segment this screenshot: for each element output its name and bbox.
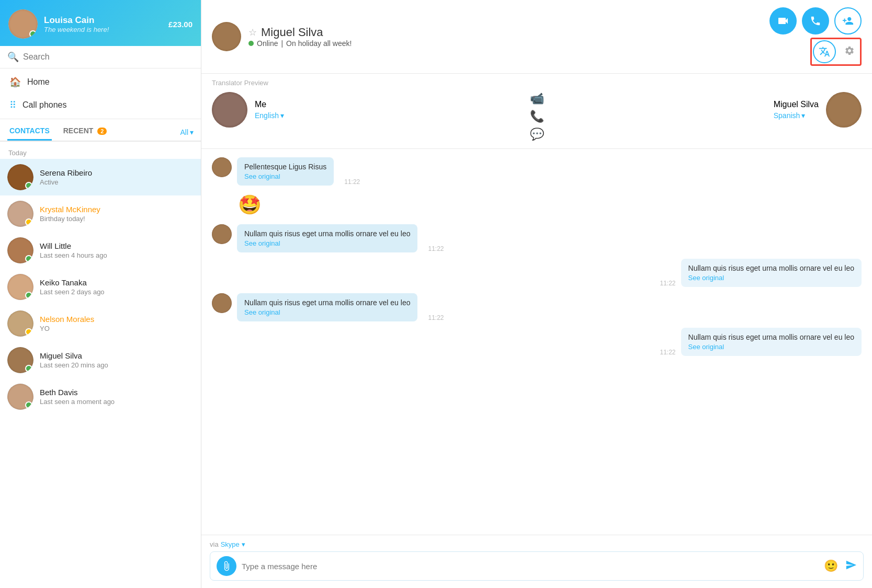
contact-sub-keiko: Last seen 2 days ago (40, 288, 194, 296)
message-text-5: Nullam quis risus eget urna mollis ornar… (688, 333, 854, 341)
phone-call-button[interactable] (802, 7, 829, 34)
send-message-button[interactable] (845, 559, 857, 573)
message-row-5: 11:22 Nullam quis risus eget urna mollis… (212, 328, 862, 356)
contact-krystal-mckinney[interactable]: Krystal McKinney Birthday today! (0, 195, 201, 232)
msg-avatar-4 (212, 293, 232, 313)
contact-serena-ribeiro[interactable]: Serena Ribeiro Active (0, 159, 201, 195)
message-text-4: Nullam quis risus eget urna mollis ornar… (244, 298, 410, 307)
via-dropdown-chevron-icon[interactable]: ▾ (242, 540, 245, 548)
status-miguel (25, 365, 32, 372)
contact-info-keiko: Keiko Tanaka Last seen 2 days ago (40, 278, 194, 296)
tab-contacts[interactable]: CONTACTS (7, 123, 52, 141)
section-today-label: Today (0, 146, 201, 159)
contact-name-beth: Beth Davis (40, 388, 194, 397)
dial-icon: ⠿ (9, 99, 16, 111)
message-time-3: 11:22 (660, 280, 675, 287)
nav-home[interactable]: 🏠 Home (0, 71, 201, 94)
message-row-2: Nullam quis risus eget urna mollis ornar… (212, 224, 862, 252)
message-row-3: 11:22 Nullam quis risus eget urna mollis… (212, 259, 862, 287)
translator-me-avatar (212, 92, 247, 128)
contact-will-little[interactable]: Will Little Last seen 4 hours ago (0, 232, 201, 269)
attach-button[interactable] (217, 556, 236, 576)
translator-divider: 📹 📞 💬 (514, 92, 560, 141)
tab-recent[interactable]: RECENT 2 (61, 123, 109, 141)
contact-language-select[interactable]: Spanish ▾ (774, 111, 819, 120)
message-time-2: 11:22 (428, 245, 444, 252)
translator-highlighted-section (810, 38, 862, 66)
chat-header: ☆ Miguel Silva Online | On holiday all w… (201, 0, 872, 74)
see-original-4[interactable]: See original (244, 308, 410, 316)
add-contact-button[interactable] (834, 7, 862, 34)
avatar-beth-davis (7, 384, 33, 410)
chat-contact-name-row: ☆ Miguel Silva (248, 26, 762, 39)
recent-badge: 2 (97, 128, 107, 135)
user-avatar[interactable] (8, 9, 38, 39)
contact-name-miguel: Miguel Silva (40, 351, 194, 360)
me-language-label: English (255, 111, 279, 120)
header-right-section (769, 7, 862, 66)
user-name: Louisa Cain (44, 15, 162, 26)
contact-miguel-silva[interactable]: Miguel Silva Last seen 20 mins ago (0, 342, 201, 378)
see-original-2[interactable]: See original (244, 239, 410, 247)
message-bubble-0: Pellentesque Ligus Risus See original (237, 157, 334, 186)
nav-items: 🏠 Home ⠿ Call phones (0, 68, 201, 119)
status-will (25, 255, 32, 262)
contact-beth-davis[interactable]: Beth Davis Last seen a moment ago (0, 378, 201, 415)
message-bubble-5: Nullam quis risus eget urna mollis ornar… (681, 328, 862, 356)
contact-name-keiko: Keiko Tanaka (40, 278, 194, 287)
chat-contact-name: Miguel Silva (261, 26, 323, 39)
chat-contact-status: Online (257, 39, 278, 48)
translator-me-name: Me (255, 100, 284, 109)
avatar-krystal-mckinney (7, 201, 33, 227)
contact-info-serena: Serena Ribeiro Active (40, 168, 194, 186)
via-skype-name: Skype (221, 540, 240, 548)
translator-contact-avatar (826, 92, 862, 128)
contact-info-beth: Beth Davis Last seen a moment ago (40, 388, 194, 406)
favorite-star-icon[interactable]: ☆ (248, 27, 257, 38)
message-bubble-4: Nullam quis risus eget urna mollis ornar… (237, 293, 417, 321)
contacts-tabs-row: CONTACTS RECENT 2 All ▾ (0, 119, 201, 142)
contact-sub-will: Last seen 4 hours ago (40, 251, 194, 259)
contact-name-krystal: Krystal McKinney (40, 205, 194, 214)
sidebar-header: Louisa Cain The weekend is here! £23.00 (0, 0, 201, 46)
status-serena (25, 182, 32, 189)
search-input[interactable] (23, 52, 194, 62)
contact-keiko-tanaka[interactable]: Keiko Tanaka Last seen 2 days ago (0, 269, 201, 305)
msg-avatar-0 (212, 157, 232, 177)
all-filter-button[interactable]: All ▾ (180, 128, 194, 136)
chat-contact-status-extra: On holiday all week! (286, 39, 352, 48)
chat-contact-avatar (212, 22, 241, 51)
bottom-actions-row (810, 38, 862, 66)
contact-info-nelson: Nelson Morales YO (40, 315, 194, 332)
see-original-3[interactable]: See original (688, 274, 854, 282)
me-language-select[interactable]: English ▾ (255, 111, 284, 120)
chat-divider-icon: 💬 (530, 128, 544, 141)
nav-home-label: Home (27, 77, 50, 87)
contact-nelson-morales[interactable]: Nelson Morales YO (0, 305, 201, 342)
emoji-message: 🤩 (238, 192, 262, 218)
see-original-0[interactable]: See original (244, 172, 326, 180)
message-input-row: 🙂 (210, 551, 864, 581)
contacts-list: Today Serena Ribeiro Active Krystal McKi… (0, 142, 201, 588)
user-status-dot (29, 30, 37, 38)
message-text-input[interactable] (242, 562, 819, 571)
emoji-picker-button[interactable]: 🙂 (824, 559, 838, 573)
messages-area: Pellentesque Ligus Risus See original 11… (201, 149, 872, 535)
message-bubble-3: Nullam quis risus eget urna mollis ornar… (681, 259, 862, 287)
chat-online-dot (248, 41, 254, 46)
video-call-button[interactable] (769, 7, 797, 34)
search-icon: 🔍 (7, 51, 19, 63)
status-keiko (25, 292, 32, 299)
nav-call-phones[interactable]: ⠿ Call phones (0, 94, 201, 117)
contact-info-will: Will Little Last seen 4 hours ago (40, 241, 194, 259)
top-actions-row (769, 7, 862, 34)
translator-me-section: Me English ▾ (212, 92, 514, 128)
user-credit: £23.00 (168, 20, 192, 29)
translator-toggle-button[interactable] (813, 40, 836, 63)
chat-header-info: ☆ Miguel Silva Online | On holiday all w… (248, 26, 762, 48)
status-nelson (25, 328, 32, 336)
see-original-5[interactable]: See original (688, 343, 854, 351)
translator-settings-button[interactable] (840, 41, 859, 63)
translator-bar-row: Me English ▾ 📹 📞 💬 Miguel Silva Spanish (212, 92, 862, 141)
contact-language-label: Spanish (774, 111, 800, 120)
